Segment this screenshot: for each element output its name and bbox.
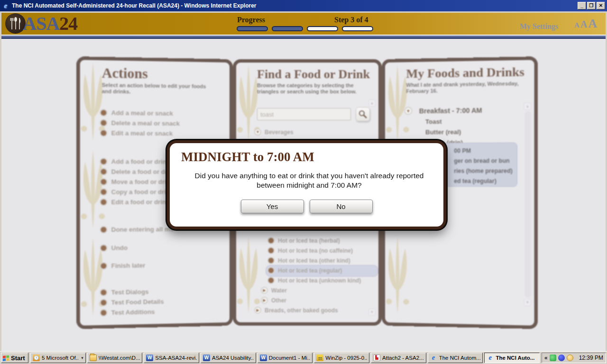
food-item[interactable]: Butter (real) bbox=[425, 128, 529, 136]
app-icon bbox=[487, 355, 494, 361]
midnight-dialog: MIDNIGHT to 7:00 AM Did you have anythin… bbox=[167, 140, 446, 229]
action-bullet-icon bbox=[100, 245, 108, 252]
tray-reminder-icon[interactable] bbox=[567, 355, 573, 361]
window-titlebar[interactable]: e The NCI Automated Self-Administered 24… bbox=[0, 0, 607, 11]
action-item[interactable]: Test Food Details bbox=[100, 296, 225, 307]
app-header: ASA24 Progress Step 3 of 4 My Settings A… bbox=[1, 13, 606, 35]
find-food-subtitle: Browse the categories by selecting the t… bbox=[257, 82, 366, 95]
window-title: The NCI Automated Self-Administered 24-h… bbox=[12, 2, 578, 9]
tree-item[interactable]: Hot or Iced tea (regular) bbox=[254, 265, 374, 275]
tree-toggle-icon[interactable] bbox=[267, 257, 275, 264]
actions-title: Actions bbox=[102, 65, 225, 82]
text-size-controls: AAA bbox=[574, 17, 597, 31]
minimize-icon[interactable]: _ bbox=[578, 2, 586, 9]
text-size-button[interactable]: A bbox=[580, 19, 587, 30]
dialog-question: Did you have anything to eat or drink th… bbox=[181, 171, 437, 190]
start-button[interactable]: Start bbox=[1, 353, 28, 363]
yes-button[interactable]: Yes bbox=[241, 200, 304, 213]
taskbar-button[interactable]: \\Westat.com\D... bbox=[87, 353, 143, 363]
tree-toggle-icon[interactable] bbox=[267, 267, 275, 274]
tree-item[interactable]: Beverages bbox=[254, 127, 374, 137]
action-item[interactable]: Delete a meal or snack bbox=[100, 118, 225, 128]
logo-wordmark: ASA24 bbox=[23, 13, 77, 34]
ie-icon: e bbox=[2, 2, 9, 9]
app-icon bbox=[90, 355, 97, 361]
scroll-up-icon[interactable]: ▲ bbox=[368, 100, 376, 107]
tray-blue-icon[interactable] bbox=[558, 355, 565, 361]
my-settings-link[interactable]: My Settings bbox=[520, 22, 558, 31]
taskbar-button[interactable]: WinZip - 0925-0... bbox=[314, 353, 369, 363]
tree-toggle-icon[interactable] bbox=[254, 307, 261, 314]
taskbar-button[interactable]: Attach2 - ASA2... bbox=[371, 353, 426, 363]
find-food-title: Find a Food or Drink bbox=[257, 67, 374, 82]
tray-green-icon[interactable] bbox=[550, 355, 556, 361]
progress-segment bbox=[342, 26, 373, 31]
system-tray: « 12:39 PM bbox=[542, 353, 606, 363]
selected-meal-text: 00 PM bbox=[454, 146, 517, 156]
no-button[interactable]: No bbox=[310, 200, 373, 213]
app-icon bbox=[33, 355, 40, 361]
tree-item[interactable]: Hot or Iced tea (unknown kind) bbox=[254, 275, 374, 285]
window-frame-left bbox=[0, 11, 1, 351]
action-item[interactable]: Edit a meal or snack bbox=[100, 128, 225, 138]
tray-expand-icon[interactable]: « bbox=[544, 355, 548, 361]
action-bullet-icon bbox=[100, 109, 108, 116]
action-item[interactable]: Finish later bbox=[100, 260, 225, 271]
app-icon bbox=[430, 355, 437, 361]
action-bullet-icon bbox=[100, 178, 108, 185]
action-item[interactable]: Undo bbox=[100, 242, 225, 253]
taskbar-button[interactable]: Document1 - Mi... bbox=[258, 353, 313, 363]
ie-window: e The NCI Automated Self-Administered 24… bbox=[0, 0, 607, 364]
action-bullet-icon bbox=[100, 289, 108, 296]
action-bullet-icon bbox=[100, 309, 108, 317]
tree-toggle-icon[interactable] bbox=[267, 277, 275, 284]
tree-toggle-icon[interactable] bbox=[261, 297, 268, 304]
scroll-up-icon[interactable]: ▲ bbox=[524, 102, 532, 109]
windows-logo-icon bbox=[3, 355, 9, 361]
scroll-down-icon[interactable]: ▼ bbox=[368, 309, 376, 316]
progress-bar bbox=[237, 26, 373, 31]
tree-item[interactable]: Breads, other baked goods bbox=[254, 305, 374, 315]
text-size-button[interactable]: A bbox=[588, 17, 597, 31]
taskbar-button[interactable]: SSA-ASA24-revi... bbox=[144, 353, 199, 363]
action-item[interactable]: Test Dialogs bbox=[100, 286, 225, 297]
app-icon bbox=[260, 355, 267, 361]
action-bullet-icon bbox=[100, 299, 108, 307]
tree-toggle-icon[interactable] bbox=[267, 237, 275, 244]
tree-item[interactable]: Other bbox=[254, 295, 374, 305]
taskbar-button[interactable]: ASA24 Usability... bbox=[201, 353, 256, 363]
tree-item[interactable]: Hot or Iced tea (herbal) bbox=[254, 236, 374, 246]
scroll-down-icon[interactable]: ▼ bbox=[524, 299, 532, 306]
search-button[interactable] bbox=[356, 107, 370, 121]
action-item[interactable]: Add a meal or snack bbox=[100, 108, 225, 118]
maximize-icon[interactable]: ❒ bbox=[587, 2, 596, 9]
tree-toggle-icon[interactable] bbox=[267, 247, 275, 254]
action-bullet-icon bbox=[100, 119, 108, 127]
meal-expand-icon[interactable]: ▼ bbox=[404, 107, 412, 115]
tree-toggle-icon[interactable] bbox=[254, 128, 261, 136]
close-icon[interactable]: ✕ bbox=[597, 2, 605, 9]
app-icon bbox=[146, 355, 153, 361]
my-foods-title: My Foods and Drinks bbox=[406, 65, 529, 81]
food-search-input[interactable] bbox=[257, 108, 351, 120]
progress-label: Progress bbox=[237, 16, 265, 24]
selected-meal-text: ger on bread or bun bbox=[454, 156, 517, 166]
action-item[interactable]: Test Additions bbox=[100, 306, 225, 317]
tree-item[interactable]: Water bbox=[254, 285, 374, 295]
action-bullet-icon bbox=[100, 168, 108, 175]
tree-toggle-icon[interactable] bbox=[261, 287, 268, 294]
asa24-logo: ASA24 bbox=[5, 13, 77, 34]
taskbar-button[interactable]: The NCI Auto... bbox=[484, 353, 540, 363]
taskbar-button[interactable]: The NCI Autom... bbox=[428, 353, 483, 363]
tree-item[interactable]: Hot or Iced tea (no caffeine) bbox=[254, 246, 374, 255]
tree-item[interactable]: Hot or Iced tea (other kind) bbox=[254, 255, 374, 265]
scrollbar-track[interactable] bbox=[525, 111, 532, 298]
progress-segment bbox=[237, 26, 268, 31]
food-item[interactable]: Toast bbox=[425, 117, 529, 125]
taskbar-button[interactable]: 5 Microsoft Of... bbox=[30, 353, 86, 363]
windows-taskbar: Start 5 Microsoft Of... \\Westat.com\D..… bbox=[0, 351, 607, 364]
meal-row[interactable]: ▼ Breakfast - 7:00 AM bbox=[404, 106, 529, 115]
app-icon bbox=[203, 355, 210, 361]
action-bullet-icon bbox=[100, 129, 108, 136]
text-size-button[interactable]: A bbox=[574, 21, 579, 29]
